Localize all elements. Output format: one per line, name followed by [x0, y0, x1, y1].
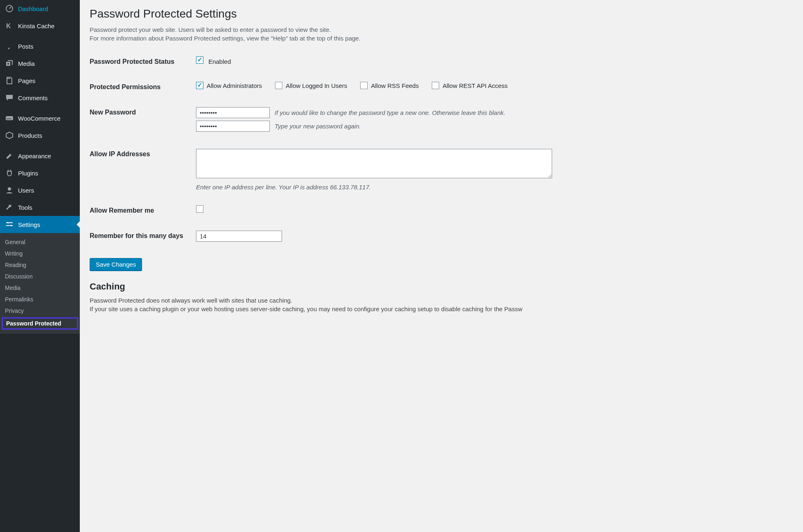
- users-icon: [5, 186, 14, 195]
- remember-checkbox[interactable]: [196, 205, 203, 213]
- perm-admins-checkbox[interactable]: [196, 82, 203, 89]
- sidebar-item-users[interactable]: Users: [0, 182, 80, 199]
- save-button[interactable]: Save Changes: [90, 258, 142, 271]
- ip-label: Allow IP Addresses: [90, 141, 196, 198]
- svg-rect-6: [7, 222, 8, 223]
- settings-submenu: General Writing Reading Discussion Media…: [0, 233, 80, 334]
- submenu-item-permalinks[interactable]: Permalinks: [0, 294, 80, 305]
- sidebar-item-label: Users: [18, 187, 34, 194]
- caching-paragraph-2: If your site uses a caching plugin or yo…: [90, 305, 793, 312]
- sidebar-item-posts[interactable]: Posts: [0, 38, 80, 55]
- sidebar-item-comments[interactable]: Comments: [0, 89, 80, 106]
- remember-label: Allow Remember me: [90, 198, 196, 223]
- svg-rect-7: [10, 225, 11, 226]
- svg-point-5: [8, 187, 11, 191]
- new-password-input[interactable]: [196, 107, 270, 118]
- confirm-password-desc: Type your new password again.: [275, 123, 361, 130]
- enabled-label: Enabled: [208, 58, 231, 65]
- perm-rest-label: Allow REST API Access: [442, 82, 508, 89]
- sidebar-item-label: Tools: [18, 204, 32, 211]
- submenu-item-writing[interactable]: Writing: [0, 248, 80, 259]
- submenu-item-general[interactable]: General: [0, 236, 80, 248]
- main-content: Password Protected Settings Password pro…: [80, 0, 803, 532]
- sidebar-item-label: Kinsta Cache: [18, 22, 54, 29]
- page-description-2: For more information about Password Prot…: [90, 35, 793, 42]
- sidebar-item-label: Dashboard: [18, 5, 48, 12]
- sidebar-item-settings[interactable]: Settings: [0, 216, 80, 233]
- submenu-item-privacy[interactable]: Privacy: [0, 305, 80, 317]
- perm-logged-option[interactable]: Allow Logged In Users: [275, 82, 347, 89]
- dashboard-icon: [5, 4, 14, 13]
- sidebar-item-kinsta-cache[interactable]: K Kinsta Cache: [0, 17, 80, 34]
- confirm-password-input[interactable]: [196, 121, 270, 132]
- submenu-item-reading[interactable]: Reading: [0, 259, 80, 271]
- caching-heading: Caching: [90, 281, 793, 292]
- sidebar-item-media[interactable]: Media: [0, 55, 80, 72]
- sidebar-item-pages[interactable]: Pages: [0, 72, 80, 89]
- remember-days-input[interactable]: [196, 231, 282, 242]
- sidebar-item-dashboard[interactable]: Dashboard: [0, 0, 80, 17]
- perm-rss-checkbox[interactable]: [360, 82, 368, 89]
- perm-logged-label: Allow Logged In Users: [286, 82, 347, 89]
- sidebar-item-label: Appearance: [18, 153, 51, 159]
- caching-paragraph-1: Password Protected does not always work …: [90, 297, 793, 304]
- pages-icon: [5, 76, 14, 85]
- perm-logged-checkbox[interactable]: [275, 82, 282, 89]
- sidebar-item-plugins[interactable]: Plugins: [0, 164, 80, 182]
- submenu-item-media[interactable]: Media: [0, 282, 80, 294]
- perm-rest-option[interactable]: Allow REST API Access: [432, 82, 508, 89]
- plugins-icon: [5, 168, 14, 177]
- status-label: Password Protected Status: [90, 49, 196, 74]
- perm-rest-checkbox[interactable]: [432, 82, 439, 89]
- newpw-label: New Password: [90, 100, 196, 141]
- sidebar-item-tools[interactable]: Tools: [0, 199, 80, 216]
- sidebar-item-label: Posts: [18, 43, 34, 50]
- svg-text:woo: woo: [6, 117, 11, 120]
- sidebar-item-woocommerce[interactable]: woo WooCommerce: [0, 110, 80, 127]
- new-password-desc: If you would like to change the password…: [275, 109, 505, 116]
- settings-icon: [5, 220, 14, 229]
- perm-rss-label: Allow RSS Feeds: [371, 82, 419, 89]
- sidebar-item-label: Plugins: [18, 170, 38, 177]
- appearance-icon: [5, 151, 14, 160]
- submenu-item-discussion[interactable]: Discussion: [0, 271, 80, 282]
- page-description-1: Password protect your web site. Users wi…: [90, 26, 793, 33]
- enabled-checkbox[interactable]: [196, 56, 203, 64]
- ip-description: Enter one IP address per line. Your IP i…: [196, 184, 789, 191]
- sidebar-item-products[interactable]: Products: [0, 127, 80, 144]
- submenu-item-password-protected[interactable]: Password Protected: [2, 317, 78, 330]
- ip-addresses-textarea[interactable]: [196, 149, 552, 178]
- enabled-option[interactable]: Enabled: [196, 58, 231, 65]
- admin-sidebar: Dashboard K Kinsta Cache Posts Media Pag…: [0, 0, 80, 532]
- svg-point-2: [7, 63, 9, 65]
- products-icon: [5, 131, 14, 140]
- kinsta-icon: K: [5, 21, 14, 30]
- comment-icon: [5, 93, 14, 102]
- perm-admins-option[interactable]: Allow Administrators: [196, 82, 262, 89]
- sidebar-item-label: Media: [18, 60, 35, 67]
- sidebar-item-label: Settings: [18, 221, 40, 228]
- sidebar-item-label: Comments: [18, 94, 48, 101]
- tools-icon: [5, 203, 14, 212]
- sidebar-item-label: WooCommerce: [18, 115, 61, 122]
- media-icon: [5, 59, 14, 68]
- page-title: Password Protected Settings: [90, 7, 793, 20]
- permissions-label: Protected Permissions: [90, 74, 196, 100]
- remember-days-label: Remember for this many days: [90, 223, 196, 249]
- sidebar-item-appearance[interactable]: Appearance: [0, 147, 80, 164]
- pin-icon: [5, 42, 14, 51]
- sidebar-item-label: Products: [18, 132, 42, 139]
- perm-rss-option[interactable]: Allow RSS Feeds: [360, 82, 419, 89]
- perm-admins-label: Allow Administrators: [207, 82, 262, 89]
- svg-text:K: K: [6, 22, 11, 29]
- woo-icon: woo: [5, 114, 14, 123]
- sidebar-item-label: Pages: [18, 77, 36, 84]
